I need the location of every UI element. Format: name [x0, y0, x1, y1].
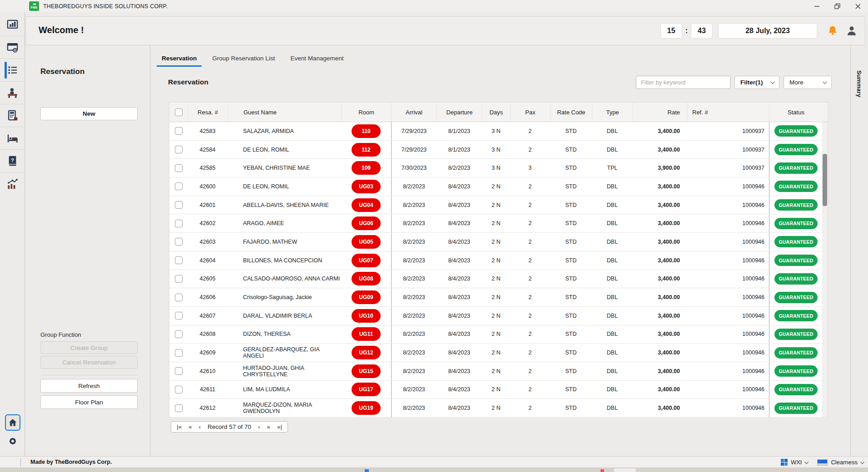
select-all-cell[interactable]	[169, 103, 188, 122]
row-checkbox[interactable]	[175, 367, 183, 375]
row-checkbox[interactable]	[175, 164, 183, 172]
sidebar-item-reports[interactable]	[0, 172, 25, 195]
header-arrival[interactable]: Arrival	[391, 103, 436, 122]
room-badge[interactable]: UG17	[352, 383, 381, 396]
table-row[interactable]: 42610 HURTADO-JUAN, GHIA CHRYSTELLYNE UG…	[169, 362, 828, 381]
room-badge[interactable]: 112	[352, 143, 381, 157]
user-profile-button[interactable]	[846, 25, 858, 37]
room-badge[interactable]: UG07	[352, 254, 381, 267]
row-checkbox[interactable]	[175, 146, 183, 153]
header-room[interactable]: Room	[341, 103, 391, 122]
table-row[interactable]: 42585 YEBAN, CHRISTINE MAE 109 7/30/2023…	[169, 159, 828, 177]
row-checkbox[interactable]	[175, 404, 183, 412]
table-row[interactable]: 42606 Crisologo-Saguisag, Jackie UG09 8/…	[169, 288, 828, 307]
row-checkbox[interactable]	[175, 238, 183, 246]
header-status[interactable]: Status	[769, 103, 823, 122]
sidebar-item-dashboard[interactable]	[0, 14, 25, 36]
keyword-filter-input[interactable]	[636, 76, 730, 89]
prev-page-button[interactable]: ‹	[199, 423, 201, 430]
summary-tab[interactable]: Summary	[856, 70, 863, 97]
header-rate[interactable]: Rate	[633, 103, 687, 122]
row-checkbox[interactable]	[175, 312, 183, 320]
sidebar-item-rooms[interactable]	[0, 127, 25, 150]
row-checkbox[interactable]	[175, 220, 183, 227]
table-row[interactable]: 42611 LIM, MA LUDMILA UG17 8/2/2023 8/4/…	[169, 381, 828, 399]
room-badge[interactable]: UG08	[352, 272, 381, 285]
header-type[interactable]: Type	[592, 103, 633, 122]
header-guest-name[interactable]: Guest Name	[228, 103, 341, 122]
sidebar-item-front-office[interactable]	[0, 36, 25, 59]
room-badge[interactable]: UG05	[352, 235, 381, 249]
row-checkbox[interactable]	[175, 256, 183, 264]
header-departure[interactable]: Departure	[436, 103, 482, 122]
minute-field[interactable]: 43	[691, 24, 712, 38]
theme-selector[interactable]: Clearness	[831, 459, 858, 466]
floor-plan-button[interactable]: Floor Plan	[40, 395, 138, 409]
table-row[interactable]: 42600 DE LEON, ROMIL UG03 8/2/2023 8/4/2…	[169, 177, 828, 196]
select-all-checkbox[interactable]	[175, 108, 183, 116]
room-badge[interactable]: UG10	[352, 309, 381, 323]
taskbar-widget[interactable]	[614, 468, 636, 472]
hour-field[interactable]: 15	[661, 24, 682, 38]
settings-button[interactable]	[6, 434, 19, 448]
header-pax[interactable]: Pax	[510, 103, 550, 122]
table-row[interactable]: 42583 SALAZAR, ARMIDA 110 7/29/2023 8/1/…	[169, 122, 828, 141]
header-days[interactable]: Days	[482, 103, 510, 122]
room-badge[interactable]: UG15	[352, 364, 381, 378]
header-resa[interactable]: Resa. #	[188, 103, 228, 122]
table-row[interactable]: 42607 DARAL, VLADIMIR BERLA UG10 8/2/202…	[169, 307, 828, 325]
room-badge[interactable]: UG06	[352, 216, 381, 230]
taskbar-app-icon[interactable]	[600, 469, 604, 472]
table-row[interactable]: 42601 ABELLA-DAVIS, SHEENA MARIE UG04 8/…	[169, 196, 828, 215]
room-badge[interactable]: 110	[352, 124, 381, 138]
new-reservation-button[interactable]: New	[40, 107, 138, 120]
minimize-button[interactable]	[807, 0, 827, 12]
notifications-button[interactable]	[827, 25, 838, 37]
date-field[interactable]: 28 July, 2023	[719, 24, 817, 38]
fast-prev-button[interactable]: «	[188, 423, 192, 430]
table-row[interactable]: 42604 BILLONES, MA CONCEPCION UG07 8/2/2…	[169, 251, 828, 270]
table-row[interactable]: 42605 CALSADO-AMOROSO, ANNA CARMI UG08 8…	[169, 270, 828, 289]
close-button[interactable]	[848, 0, 868, 12]
row-checkbox[interactable]	[175, 182, 183, 190]
table-scrollbar[interactable]	[822, 122, 828, 417]
row-checkbox[interactable]	[175, 386, 183, 393]
row-checkbox[interactable]	[175, 294, 183, 301]
taskbar-app-icon[interactable]	[365, 469, 369, 472]
room-badge[interactable]: 109	[352, 161, 381, 175]
room-badge[interactable]: UG12	[352, 346, 381, 359]
language-selector[interactable]: WXI	[791, 459, 802, 466]
header-ref[interactable]: Ref. #	[687, 103, 769, 122]
room-badge[interactable]: UG04	[352, 198, 381, 212]
tab-group-reservation-list[interactable]: Group Reservation List	[207, 51, 280, 67]
refresh-button[interactable]: Refresh	[40, 379, 138, 393]
cancel-reservation-button[interactable]: Cancel Reservation	[40, 356, 138, 369]
row-checkbox[interactable]	[175, 349, 183, 357]
table-row[interactable]: 42609 GERALDEZ-ABARQUEZ, GIA ANGELI UG12…	[169, 344, 828, 362]
home-button[interactable]	[5, 414, 20, 431]
filter-dropdown-button[interactable]: Filter(1)	[734, 76, 779, 89]
table-row[interactable]: 42584 DE LEON, ROMIL 112 7/29/2023 8/1/2…	[169, 141, 828, 159]
room-badge[interactable]: UG03	[352, 180, 381, 193]
fast-next-button[interactable]: »	[267, 423, 271, 430]
tab-event-management[interactable]: Event Management	[285, 51, 348, 67]
tab-reservation[interactable]: Reservation	[157, 51, 202, 67]
create-group-button[interactable]: Create Group	[40, 341, 138, 354]
row-checkbox[interactable]	[175, 330, 183, 338]
sidebar-item-reservation-list[interactable]	[0, 59, 25, 82]
sidebar-item-cashier[interactable]	[0, 104, 25, 127]
first-page-button[interactable]: |«	[177, 423, 182, 430]
sidebar-item-front-desk[interactable]	[0, 82, 25, 104]
table-row[interactable]: 42603 FAJARDO, MATHEW UG05 8/2/2023 8/4/…	[169, 233, 828, 251]
room-badge[interactable]: UG09	[352, 290, 381, 304]
table-row[interactable]: 42608 DIZON, THERESA UG11 8/2/2023 8/4/2…	[169, 325, 828, 344]
room-badge[interactable]: UG19	[352, 401, 381, 415]
last-page-button[interactable]: »|	[277, 423, 282, 430]
header-rate-code[interactable]: Rate Code	[550, 103, 592, 122]
sidebar-item-help[interactable]: ?	[0, 150, 25, 172]
row-checkbox[interactable]	[175, 201, 183, 209]
row-checkbox[interactable]	[175, 275, 183, 283]
restore-button[interactable]	[827, 0, 848, 12]
scrollbar-thumb[interactable]	[823, 154, 827, 206]
more-dropdown-button[interactable]: More	[784, 76, 832, 89]
